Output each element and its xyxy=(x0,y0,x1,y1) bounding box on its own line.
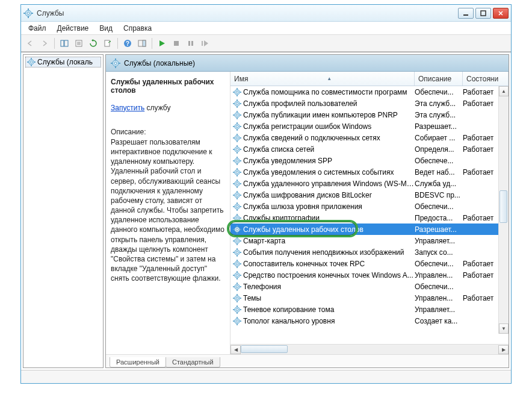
service-row[interactable]: Тополог канального уровняСоздает ка... xyxy=(230,315,509,327)
service-row[interactable]: Служба публикации имен компьютеров PNRPЭ… xyxy=(230,109,509,120)
service-name: События получения неподвижных изображени… xyxy=(243,248,415,257)
service-name: Служба удаленного управления Windows (WS… xyxy=(243,180,415,188)
service-name: Служба помощника по совместимости програ… xyxy=(243,88,415,96)
start-suffix: службу xyxy=(144,104,170,112)
gear-icon xyxy=(233,237,241,245)
service-row[interactable]: ТемыУправлен...Работает xyxy=(230,292,509,304)
tab-extended[interactable]: Расширенный xyxy=(110,357,166,367)
start-link[interactable]: Запустить xyxy=(111,104,144,112)
export-button[interactable] xyxy=(101,37,114,50)
tree-pane[interactable]: Службы (локаль xyxy=(23,54,104,368)
service-row[interactable]: Службы удаленных рабочих столовРазрешает… xyxy=(230,223,509,235)
service-desc: Обеспечи... xyxy=(415,88,463,96)
scroll-right-button[interactable]: ▶ xyxy=(498,345,509,354)
scroll-track[interactable] xyxy=(241,345,498,354)
forward-button[interactable] xyxy=(38,37,51,50)
service-name: Служба шлюза уровня приложения xyxy=(243,202,415,211)
gear-icon xyxy=(233,180,241,188)
service-row[interactable]: Сопоставитель конечных точек RPCОбеспечи… xyxy=(230,258,509,269)
service-row[interactable]: Средство построения конечных точек Windo… xyxy=(230,269,509,281)
svg-rect-8 xyxy=(61,40,64,46)
column-name[interactable]: Имя▲ xyxy=(230,72,415,86)
service-row[interactable]: Служба уведомления SPPОбеспече... xyxy=(230,155,509,166)
service-row[interactable]: Служба сведений о подключенных сетяхСоби… xyxy=(230,132,509,143)
service-row[interactable]: Служба списка сетейОпределя...Работает xyxy=(230,143,509,155)
service-desc: Разрешает... xyxy=(415,225,463,234)
service-row[interactable]: ТелефонияОбеспечи... xyxy=(230,281,509,292)
back-button[interactable] xyxy=(23,37,37,50)
list-rows[interactable]: Служба помощника по совместимости програ… xyxy=(230,86,509,344)
restart-service-button[interactable] xyxy=(199,37,212,50)
service-row[interactable]: Служба шлюза уровня приложенияОбеспечи..… xyxy=(230,201,509,212)
scroll-track[interactable] xyxy=(499,96,509,323)
service-row[interactable]: Служба удаленного управления Windows (WS… xyxy=(230,178,509,189)
stop-service-button[interactable] xyxy=(170,37,183,50)
menu-view[interactable]: Вид xyxy=(94,23,117,34)
scroll-up-button[interactable]: ▲ xyxy=(499,86,509,96)
start-service-button[interactable] xyxy=(155,37,169,50)
gear-icon xyxy=(233,317,241,325)
service-name: Служба регистрации ошибок Windows xyxy=(243,122,415,131)
panel-body: Службы удаленных рабочих столов Запустит… xyxy=(106,72,509,354)
service-desc: Обеспечи... xyxy=(415,283,463,291)
service-desc: Обеспечи... xyxy=(415,260,463,268)
list-header: Имя▲ Описание Состояни xyxy=(230,72,509,86)
service-row[interactable]: Служба профилей пользователейЭта служб..… xyxy=(230,98,509,109)
service-row[interactable]: Службы криптографииПредоста...Работает xyxy=(230,212,509,223)
gear-icon xyxy=(233,99,241,108)
scroll-thumb[interactable] xyxy=(241,345,288,353)
gear-icon xyxy=(233,283,241,291)
menu-action[interactable]: Действие xyxy=(52,23,94,34)
gear-icon xyxy=(27,58,36,66)
tree-root-services[interactable]: Службы (локаль xyxy=(25,57,101,67)
action-pane-button[interactable] xyxy=(135,37,149,50)
service-row[interactable]: События получения неподвижных изображени… xyxy=(230,246,509,258)
menu-file[interactable]: Файл xyxy=(23,23,51,34)
column-description[interactable]: Описание xyxy=(415,72,463,86)
service-desc: Предоста... xyxy=(415,214,463,222)
service-name: Служба публикации имен компьютеров PNRP xyxy=(243,111,415,119)
scroll-thumb[interactable] xyxy=(500,190,507,223)
menu-help[interactable]: Справка xyxy=(119,23,156,34)
scroll-left-button[interactable]: ◀ xyxy=(230,345,241,354)
column-state[interactable]: Состояни xyxy=(463,72,509,86)
help-button[interactable]: ? xyxy=(121,37,134,50)
service-row[interactable]: Служба уведомления о системных событияхВ… xyxy=(230,166,509,178)
maximize-button[interactable] xyxy=(475,8,491,19)
service-name: Сопоставитель конечных точек RPC xyxy=(243,260,415,268)
service-row[interactable]: Теневое копирование томаУправляет... xyxy=(230,304,509,315)
svg-rect-7 xyxy=(481,11,486,16)
svg-rect-21 xyxy=(191,41,193,46)
svg-rect-14 xyxy=(105,40,110,46)
svg-rect-19 xyxy=(174,41,179,46)
service-row[interactable]: Служба регистрации ошибок WindowsРазреша… xyxy=(230,120,509,132)
horizontal-scrollbar[interactable]: ◀ ▶ xyxy=(230,344,509,354)
service-row[interactable]: Служба помощника по совместимости програ… xyxy=(230,86,509,98)
minimize-button[interactable] xyxy=(458,8,474,19)
titlebar[interactable]: Службы xyxy=(21,5,511,22)
tab-standard[interactable]: Стандартный xyxy=(165,357,220,367)
service-row[interactable]: Служба шифрования дисков BitLockerBDESVC… xyxy=(230,189,509,201)
service-name: Служба профилей пользователей xyxy=(243,99,415,108)
gear-icon xyxy=(233,134,241,142)
vertical-scrollbar[interactable]: ▲ ▼ xyxy=(498,86,509,334)
tree-root-label: Службы (локаль xyxy=(37,58,93,66)
content-body: Службы (локаль Службы (локальные) Службы… xyxy=(21,52,511,370)
separator xyxy=(117,38,118,49)
service-desc: Собирает ... xyxy=(415,134,463,142)
close-button[interactable] xyxy=(493,8,509,19)
service-name: Служба шифрования дисков BitLocker xyxy=(243,191,415,199)
service-desc: Управляет... xyxy=(415,305,463,314)
properties-button[interactable] xyxy=(72,37,85,50)
gear-icon xyxy=(233,305,241,314)
service-row[interactable]: Смарт-картаУправляет... xyxy=(230,235,509,246)
scroll-down-button[interactable]: ▼ xyxy=(499,323,509,334)
service-desc: Управлен... xyxy=(415,271,463,280)
gear-icon xyxy=(233,122,241,131)
refresh-button[interactable] xyxy=(87,37,100,50)
service-desc: Создает ка... xyxy=(415,317,463,325)
gear-icon xyxy=(233,271,241,280)
pause-service-button[interactable] xyxy=(184,37,197,50)
service-desc: Ведет наб... xyxy=(415,168,463,177)
show-hide-tree-button[interactable] xyxy=(58,37,71,50)
